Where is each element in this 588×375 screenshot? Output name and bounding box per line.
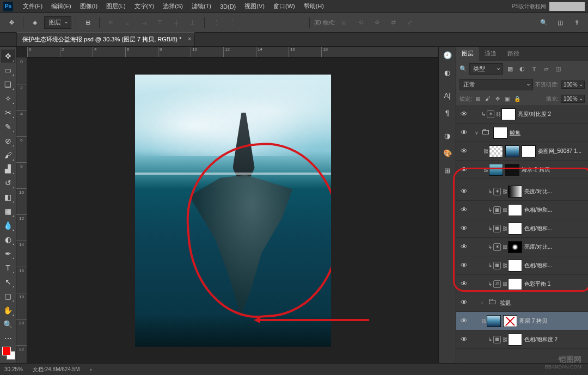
move-tool-icon[interactable]: ✥ — [4, 16, 19, 30]
eraser-tool[interactable]: ◧ — [1, 190, 15, 204]
layer-thumbnail[interactable] — [501, 108, 516, 120]
transform-controls-icon[interactable]: ⊞ — [81, 16, 95, 30]
layer-name[interactable]: 亮度/对比... — [524, 243, 586, 251]
menu-type[interactable]: 文字(Y) — [130, 1, 159, 12]
history-brush-tool[interactable]: ↺ — [1, 176, 15, 189]
zoom-level[interactable]: 30.25% — [4, 366, 23, 372]
menu-file[interactable]: 文件(F) — [19, 1, 47, 12]
tab-layers[interactable]: 图层 — [456, 47, 479, 61]
layer-row[interactable]: 👁↳⚖⛓色彩平衡 1 — [456, 275, 588, 293]
layer-row[interactable]: 👁↳▦⛓色相/饱和度 2 — [456, 330, 588, 349]
visibility-toggle[interactable]: 👁 — [456, 187, 471, 195]
share-icon[interactable]: ⇪ — [569, 16, 584, 30]
properties-panel-icon[interactable]: ⊞ — [442, 164, 454, 176]
foreground-color[interactable] — [2, 347, 11, 355]
magic-wand-tool[interactable]: ✧ — [1, 92, 15, 105]
search-icon[interactable]: 🔍 — [537, 16, 551, 30]
canvas-background[interactable] — [27, 58, 438, 363]
tab-paths[interactable]: 路径 — [502, 47, 525, 61]
zoom-tool[interactable]: 🔍 — [1, 318, 15, 331]
disclosure-arrow-icon[interactable]: › — [481, 300, 487, 305]
gradient-tool[interactable]: ▦ — [1, 205, 15, 218]
distribute-4-icon[interactable]: ⋯ — [258, 16, 272, 30]
brush-tool[interactable]: 🖌 — [1, 149, 15, 162]
layer-row[interactable]: 👁↳▦⛓色相/饱和... — [456, 201, 588, 219]
layer-name[interactable]: 色相/饱和... — [524, 206, 586, 214]
visibility-toggle[interactable]: 👁 — [456, 147, 471, 155]
color-panel-icon[interactable]: ◑ — [442, 130, 454, 142]
document-tab[interactable]: 保护生态环境公益海报.psd @ 30.3% (图层 7 拷贝, RGB/8) … — [16, 32, 195, 46]
filter-adjust-icon[interactable]: ◐ — [517, 64, 527, 74]
filter-kind-dropdown[interactable]: 类型 — [469, 63, 503, 75]
layer-row[interactable]: 👁↳☀⛓亮度/对比度 2 — [456, 105, 588, 124]
layer-mask-thumbnail[interactable] — [508, 334, 522, 346]
ruler-vertical[interactable]: 0246810121416182022 — [16, 58, 27, 363]
layer-name[interactable]: 色相/饱和度 2 — [524, 336, 586, 343]
layer-name[interactable]: 色彩平衡 1 — [524, 280, 586, 288]
layer-list[interactable]: 👁↳☀⛓亮度/对比度 2👁∨🗀鲸鱼👁⛓摄图网_50087 1...👁⛓海水-2 … — [456, 105, 588, 363]
align-left-icon[interactable]: ⊫ — [104, 16, 118, 30]
layer-row[interactable]: 👁∨🗀鲸鱼 — [456, 124, 588, 142]
layer-mask-thumbnail[interactable] — [522, 145, 536, 157]
opacity-input[interactable]: 100% — [561, 81, 585, 89]
menu-filter[interactable]: 滤镜(T) — [187, 1, 216, 12]
swatches-panel-icon[interactable]: 🎨 — [442, 147, 454, 159]
visibility-toggle[interactable]: 👁 — [456, 280, 471, 288]
filter-shape-icon[interactable]: ▱ — [541, 64, 551, 74]
workspace-icon[interactable]: ◫ — [553, 16, 567, 30]
visibility-toggle[interactable]: 👁 — [456, 261, 471, 269]
move-tool[interactable]: ✥ — [1, 50, 15, 63]
menu-edit[interactable]: 编辑(E) — [47, 1, 76, 12]
visibility-toggle[interactable]: 👁 — [456, 128, 471, 137]
filter-pixel-icon[interactable]: ▩ — [505, 64, 515, 74]
layer-row[interactable]: 👁⛓摄图网_50087 1... — [456, 142, 588, 161]
layer-mask-thumbnail[interactable] — [508, 260, 522, 272]
fill-input[interactable]: 100% — [561, 95, 585, 103]
layer-mask-thumbnail[interactable] — [508, 204, 522, 216]
distribute-5-icon[interactable]: ⋯ — [274, 16, 289, 30]
layer-mask-thumbnail[interactable] — [508, 186, 522, 198]
align-bottom-icon[interactable]: ⊥ — [186, 16, 200, 30]
layer-mask-thumbnail[interactable] — [503, 315, 517, 327]
layer-thumbnail[interactable] — [489, 145, 503, 157]
tab-channels[interactable]: 通道 — [479, 47, 502, 61]
layer-name[interactable]: 海水-2 拷贝 — [522, 166, 586, 174]
align-center-v-icon[interactable]: ┼ — [169, 16, 183, 30]
visibility-toggle[interactable]: 👁 — [456, 110, 471, 118]
character-panel-icon[interactable]: A| — [442, 89, 454, 101]
menu-select[interactable]: 选择(S) — [158, 1, 187, 12]
layer-row[interactable]: 👁↳☀⛓亮度/对比... — [456, 182, 588, 201]
layer-name[interactable]: 亮度/对比... — [524, 188, 586, 195]
layer-name[interactable]: 垃圾 — [500, 299, 586, 306]
ruler-horizontal[interactable]: 024681012141618 — [27, 47, 438, 58]
visibility-toggle[interactable]: 👁 — [456, 243, 471, 251]
layer-name[interactable]: 亮度/对比度 2 — [518, 110, 586, 118]
hand-tool[interactable]: ✋ — [1, 304, 15, 317]
layer-name[interactable]: 图层 7 拷贝 — [519, 317, 586, 325]
marquee-tool[interactable]: ▭ — [1, 64, 15, 77]
color-swatches[interactable] — [0, 346, 16, 361]
layer-row[interactable]: 👁⛓图层 7 拷贝 — [456, 312, 588, 330]
healing-brush-tool[interactable]: ⊘ — [1, 134, 15, 147]
layer-row[interactable]: 👁↳▦⛓色相/饱和... — [456, 219, 588, 238]
layer-row[interactable]: 👁↳☀⛓亮度/对比... — [456, 238, 588, 256]
lock-pixels-icon[interactable]: 🖌 — [484, 95, 492, 103]
path-select-tool[interactable]: ↖ — [1, 275, 15, 288]
align-center-h-icon[interactable]: ≡ — [120, 16, 134, 30]
lasso-tool[interactable]: ❏ — [1, 78, 15, 91]
3d-orbit-icon[interactable]: ◎ — [337, 16, 351, 30]
menu-3d[interactable]: 3D(D) — [216, 2, 240, 11]
lock-transparency-icon[interactable]: ⊠ — [474, 95, 482, 103]
distribute-1-icon[interactable]: ⋮ — [209, 16, 223, 30]
document-canvas[interactable] — [135, 75, 331, 347]
visibility-toggle[interactable]: 👁 — [456, 298, 471, 306]
disclosure-arrow-icon[interactable]: ∨ — [475, 130, 480, 136]
close-tab-icon[interactable]: × — [188, 35, 191, 42]
auto-select-icon[interactable]: ◈ — [28, 16, 42, 30]
3d-zoom-icon[interactable]: ⤢ — [402, 16, 416, 30]
layer-thumbnail[interactable]: 🗀 — [487, 297, 498, 309]
lock-all-icon[interactable]: 🔒 — [513, 95, 521, 103]
doc-size[interactable]: 文档:24.8M/624.5M — [33, 366, 80, 373]
distribute-6-icon[interactable]: ⋯ — [291, 16, 305, 30]
edit-toolbar-icon[interactable]: ⋯ — [1, 332, 15, 345]
